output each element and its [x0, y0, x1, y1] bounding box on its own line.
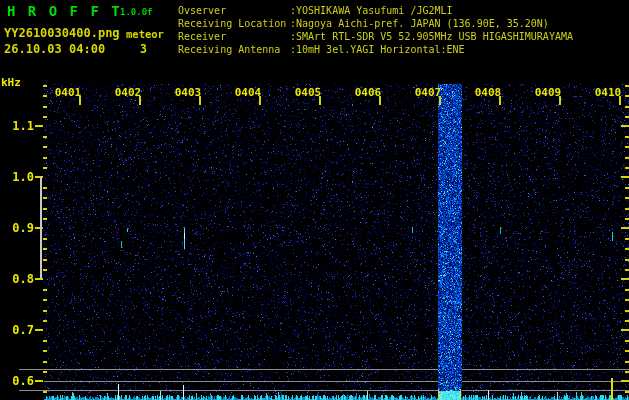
freq-axis-label: 0.8 [0, 272, 34, 286]
time-axis-label: 0404 [233, 86, 263, 99]
info-value: :YOSHIKAWA Yasufumi /JG2MLI [290, 5, 453, 16]
station-info-row: Receiver:SMArt RTL-SDR V5 52.905MHz USB … [178, 30, 573, 43]
station-info-row: Receiving Location:Nagoya Aichi-pref. JA… [178, 17, 573, 30]
freq-axis-label: 1.1 [0, 119, 34, 133]
freq-axis-label: 1.0 [0, 170, 34, 184]
time-axis-label: 0403 [173, 86, 203, 99]
time-axis-label: 0402 [113, 86, 143, 99]
info-label: Receiving Antenna [178, 43, 290, 56]
freq-axis-label: 0.9 [0, 221, 34, 235]
time-axis-label: 0408 [473, 86, 503, 99]
observation-datetime: 26.10.03 04:00 [4, 42, 105, 56]
meteor-count: 3 [140, 42, 147, 56]
output-filename: YY2610030400.png [4, 26, 120, 40]
info-value: :Nagoya Aichi-pref. JAPAN (136.90E, 35.2… [290, 18, 549, 29]
station-info-block: Ovserver:YOSHIKAWA Yasufumi /JG2MLIRecei… [178, 4, 573, 56]
info-value: :10mH 3el.YAGI Horizontal:ENE [290, 44, 465, 55]
app-title: H R O F F T [7, 3, 122, 19]
info-value: :SMArt RTL-SDR V5 52.905MHz USB HIGASHIM… [290, 31, 573, 42]
spectrogram-canvas [0, 0, 629, 400]
station-info-row: Receiving Antenna:10mH 3el.YAGI Horizont… [178, 43, 573, 56]
time-axis-label: 0401 [53, 86, 83, 99]
freq-axis-unit: kHz [1, 76, 21, 89]
info-label: Ovserver [178, 4, 290, 17]
version-label: 1.0.0f [120, 7, 153, 17]
mode-label: meteor [126, 28, 164, 40]
time-axis-label: 0405 [293, 86, 323, 99]
info-label: Receiving Location [178, 17, 290, 30]
freq-axis-label: 0.6 [0, 374, 34, 388]
time-axis-label: 0410 [593, 86, 623, 99]
freq-axis-label: 0.7 [0, 323, 34, 337]
info-label: Receiver [178, 30, 290, 43]
hrofft-screen: H R O F F T 1.0.0f YY2610030400.png mete… [0, 0, 629, 400]
time-axis-label: 0409 [533, 86, 563, 99]
time-axis-label: 0407 [413, 86, 443, 99]
time-axis-label: 0406 [353, 86, 383, 99]
station-info-row: Ovserver:YOSHIKAWA Yasufumi /JG2MLI [178, 4, 573, 17]
